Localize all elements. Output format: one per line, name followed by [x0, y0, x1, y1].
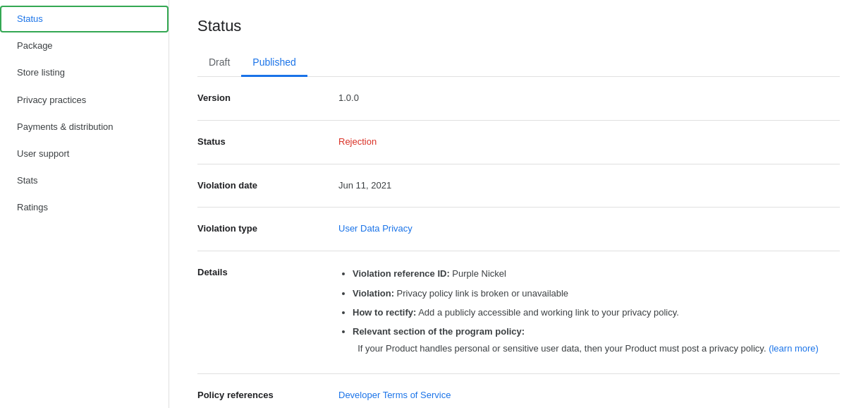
details-list: Violation reference ID: Purple NickelVio…	[338, 265, 840, 356]
info-value-version: 1.0.0	[338, 91, 840, 106]
info-row-version: Version1.0.0	[197, 77, 840, 121]
sidebar-item-privacy-practices[interactable]: Privacy practices	[0, 87, 163, 114]
info-value-violation-date: Jun 11, 2021	[338, 179, 840, 193]
sidebar-item-store-listing[interactable]: Store listing	[0, 59, 163, 86]
info-label-violation-date: Violation date	[197, 179, 338, 191]
sidebar-item-ratings[interactable]: Ratings	[0, 194, 163, 221]
sidebar-item-package[interactable]: Package	[0, 32, 163, 59]
info-label-status: Status	[197, 135, 338, 147]
info-value-violation-type: User Data Privacy	[338, 222, 840, 236]
sidebar-item-status[interactable]: Status	[0, 6, 169, 32]
info-label-policy-references: Policy references	[197, 388, 338, 400]
sidebar: StatusPackageStore listingPrivacy practi…	[0, 0, 169, 408]
info-value-policy-references: Developer Terms of ServiceProgram Polici…	[338, 388, 840, 408]
tab-published[interactable]: Published	[241, 49, 307, 77]
sidebar-item-user-support[interactable]: User support	[0, 140, 163, 167]
tabs: DraftPublished	[197, 49, 840, 77]
sidebar-item-stats[interactable]: Stats	[0, 167, 163, 194]
policy-link-0[interactable]: Developer Terms of Service	[338, 388, 840, 403]
info-label-violation-type: Violation type	[197, 222, 338, 234]
details-bullet-2: How to rectify: Add a publicly accessibl…	[353, 304, 840, 320]
content-area: Version1.0.0StatusRejectionViolation dat…	[197, 77, 840, 408]
details-bullet-0: Violation reference ID: Purple Nickel	[353, 265, 840, 282]
info-label-version: Version	[197, 91, 338, 103]
tab-draft[interactable]: Draft	[197, 49, 241, 77]
info-row-policy-references: Policy referencesDeveloper Terms of Serv…	[197, 374, 840, 408]
info-value-details: Violation reference ID: Purple NickelVio…	[338, 265, 840, 359]
status-rejection-text: Rejection	[338, 136, 377, 147]
sidebar-item-payments-distribution[interactable]: Payments & distribution	[0, 114, 163, 140]
violation-type-link[interactable]: User Data Privacy	[338, 223, 412, 234]
info-row-violation-date: Violation dateJun 11, 2021	[197, 164, 840, 208]
info-row-details: DetailsViolation reference ID: Purple Ni…	[197, 251, 840, 374]
page-title: Status	[197, 17, 840, 35]
info-row-status: StatusRejection	[197, 121, 840, 164]
info-label-details: Details	[197, 265, 338, 277]
policy-links: Developer Terms of ServiceProgram Polici…	[338, 388, 840, 408]
learn-more-link[interactable]: (learn more)	[769, 343, 819, 354]
details-bullet-1: Violation: Privacy policy link is broken…	[353, 285, 840, 301]
info-row-violation-type: Violation typeUser Data Privacy	[197, 208, 840, 251]
info-value-status: Rejection	[338, 135, 840, 150]
main-content: Status DraftPublished Version1.0.0Status…	[169, 0, 868, 408]
details-bullet-3: Relevant section of the program policy: …	[353, 323, 840, 356]
